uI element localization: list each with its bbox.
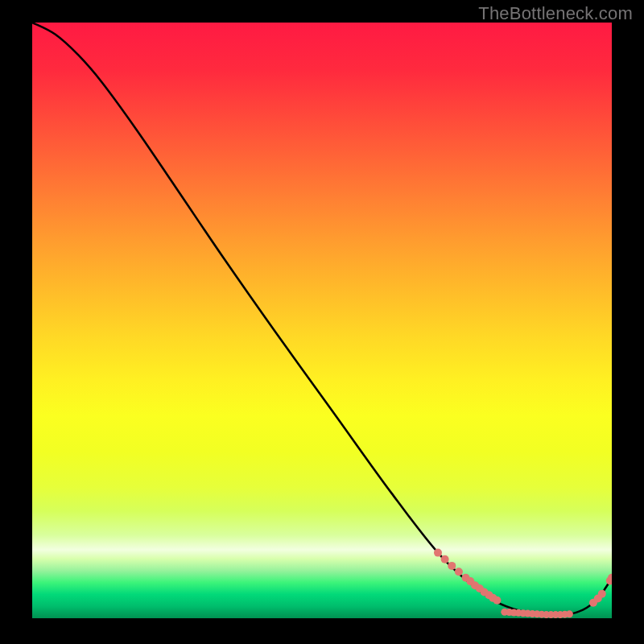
bottleneck-curve xyxy=(32,23,612,615)
marker-dot xyxy=(598,590,606,598)
curve-layer xyxy=(32,23,612,618)
marker-dot xyxy=(455,568,463,576)
marker-dot xyxy=(441,555,449,564)
marker-dot xyxy=(448,562,456,570)
marker-dot xyxy=(493,597,501,605)
plot-area xyxy=(32,23,612,618)
chart-frame: TheBottleneck.com xyxy=(0,0,644,644)
watermark-text: TheBottleneck.com xyxy=(478,3,633,24)
marker-dot xyxy=(434,549,442,557)
marker-dot xyxy=(566,610,573,617)
